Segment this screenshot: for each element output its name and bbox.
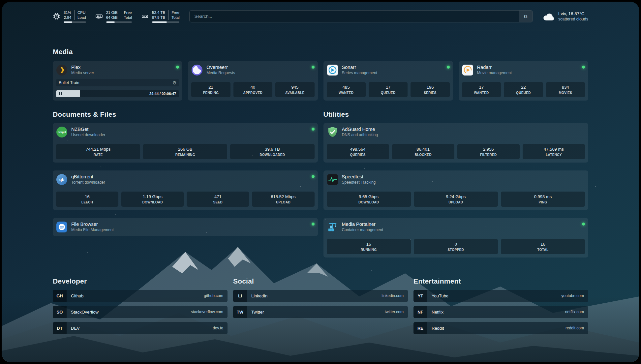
search-provider-button[interactable]: G [519, 11, 533, 22]
status-dot-online [312, 175, 315, 178]
resource-monitor-memory: 21 GiB 64 GiB Free Total [95, 10, 132, 23]
service-name: Sonarr [342, 65, 377, 70]
bookmark-url: reddit.com [565, 326, 584, 330]
section-title-documents: Documents & Files [53, 110, 318, 118]
stat-available: 945 AVAILABLE [275, 82, 314, 97]
bookmark-name: YouTube [432, 293, 448, 298]
stat-upload: 618.52 Mbps UPLOAD [252, 192, 314, 207]
dashboard-window: 31% 2.94 CPU Load [2, 2, 639, 362]
bookmark-group-entertainment: Entertainment YT YouTube youtube.com NF … [413, 277, 588, 334]
disk-progress-bar [152, 21, 179, 23]
section-media: Media Plex [53, 48, 588, 101]
status-dot-online [176, 66, 179, 69]
service-description: Media File Management [71, 228, 114, 232]
bookmark-github[interactable]: GH Github github.com [53, 290, 228, 302]
bookmark-name: Github [71, 293, 83, 298]
service-card-speedtest[interactable]: Speedtest Speedtest Tracking 9.65 Gbps D… [323, 170, 589, 210]
bookmark-dev[interactable]: DT DEV dev.to [53, 322, 228, 334]
bookmark-abbr: NF [413, 306, 427, 318]
section-title-media: Media [53, 48, 588, 56]
service-card-portainer[interactable]: Media Portainer Container management 16 … [323, 218, 589, 258]
stat-upload: 9.24 Gbps UPLOAD [414, 192, 498, 207]
service-card-overseerr[interactable]: Overseerr Media Requests 21 PENDING 40 A… [188, 61, 318, 101]
stat-rate: 744.21 Mbps RATE [56, 144, 140, 159]
bookmark-url: youtube.com [561, 293, 584, 298]
sonarr-icon [327, 64, 338, 76]
bookmark-group-social: Social LI LinkedIn linkedin.com TW Twitt… [233, 277, 408, 334]
service-description: Usenet downloader [71, 133, 105, 137]
service-description: Movie management [477, 71, 512, 75]
service-card-sonarr[interactable]: Sonarr Series management 485 WANTED 17 Q… [323, 61, 453, 101]
plex-now-playing: Bullet Train ⚙ [56, 79, 179, 86]
service-card-radarr[interactable]: Radarr Movie management 17 WANTED 22 QUE… [459, 61, 588, 101]
service-card-plex[interactable]: Plex Media server Bullet Train ⚙ 24:44 /… [53, 61, 182, 101]
cpu-progress-bar [64, 21, 86, 23]
bookmark-linkedin[interactable]: LI LinkedIn linkedin.com [233, 290, 408, 302]
bookmark-netflix[interactable]: NF Netflix netflix.com [413, 306, 588, 318]
stat-queued: 17 QUEUED [369, 82, 408, 97]
bookmark-url: linkedin.com [382, 293, 404, 298]
service-card-nzbget[interactable]: nzbget NZBGet Usenet downloader 74 [53, 123, 318, 163]
bookmark-twitter[interactable]: TW Twitter twitter.com [233, 306, 408, 318]
service-name: Speedtest [342, 174, 376, 179]
stat-ping: 0.993 ms PING [501, 192, 585, 207]
service-description: Container management [342, 228, 383, 232]
stat-blocked: 86,401 BLOCKED [392, 144, 454, 159]
disk-icon [141, 13, 149, 20]
bookmark-url: netflix.com [565, 310, 584, 314]
portainer-crane-icon [327, 221, 338, 233]
service-card-adguard[interactable]: AdGuard Home DNS and adblocking 498,564 … [323, 123, 589, 163]
status-dot-online [312, 223, 315, 226]
stat-seed: 471 SEED [187, 192, 249, 207]
service-description: Speedtest Tracking [342, 180, 376, 185]
status-dot-online [582, 66, 585, 69]
memory-progress-bar [106, 21, 132, 23]
pause-icon [59, 92, 62, 95]
bookmark-reddit[interactable]: RE Reddit reddit.com [413, 322, 588, 334]
filebrowser-icon [56, 221, 68, 233]
stat-stopped: 0 STOPPED [414, 239, 498, 254]
service-card-qbittorrent[interactable]: qb qBittorrent Torrent downloader [53, 170, 318, 210]
cpu-labels: CPU Load [74, 10, 86, 20]
memory-icon [95, 13, 103, 20]
service-description: Media server [71, 71, 94, 75]
status-dot-online [582, 223, 585, 226]
topbar-divider [53, 31, 588, 31]
topbar: 31% 2.94 CPU Load [53, 10, 588, 23]
resource-monitor-cpu: 31% 2.94 CPU Load [53, 10, 86, 23]
stat-download: 9.65 Gbps DOWNLOAD [327, 192, 411, 207]
service-description: Series management [342, 71, 377, 75]
weather-condition: scattered clouds [558, 17, 588, 21]
bookmark-name: Netflix [432, 310, 443, 315]
gear-icon[interactable]: ⚙ [172, 80, 177, 85]
radarr-icon [462, 64, 473, 76]
svg-text:nzbget: nzbget [58, 131, 66, 134]
service-name: File Browser [71, 222, 114, 227]
service-card-filebrowser[interactable]: File Browser Media File Management [53, 218, 318, 236]
service-description: DNS and adblocking [342, 133, 378, 137]
memory-values: 21 GiB 64 GiB [106, 10, 121, 20]
disk-labels: Free Total [168, 10, 179, 20]
service-name: Overseerr [206, 65, 235, 70]
bookmark-stackoverflow[interactable]: SO StackOverflow stackoverflow.com [53, 306, 228, 318]
bookmark-abbr: DT [53, 322, 67, 334]
bookmark-group-title: Social [233, 277, 408, 285]
bookmark-youtube[interactable]: YT YouTube youtube.com [413, 290, 588, 302]
bookmark-url: dev.to [213, 326, 223, 330]
resource-monitor-disk: 52.4 TB 97.9 TB Free Total [141, 10, 179, 23]
search-bar: G [189, 10, 533, 22]
playback-time: 24:44 / 02:06:47 [149, 92, 176, 96]
bookmark-group-title: Entertainment [413, 277, 588, 285]
stat-series: 196 SERIES [411, 82, 449, 97]
status-dot-online [447, 66, 450, 69]
stat-leech: 16 LEECH [56, 192, 118, 207]
search-input[interactable] [190, 11, 519, 22]
section-utilities: Utilities [323, 110, 589, 258]
stat-total: 16 TOTAL [501, 239, 585, 254]
cloud-icon [543, 12, 555, 21]
stat-filtered: 2,956 FILTERED [457, 144, 520, 159]
service-description: Media Requests [206, 71, 235, 75]
bookmark-abbr: GH [53, 290, 67, 302]
stat-downloaded: 39.6 TB DOWNLOADED [230, 144, 314, 159]
bookmark-name: Twitter [251, 310, 264, 315]
